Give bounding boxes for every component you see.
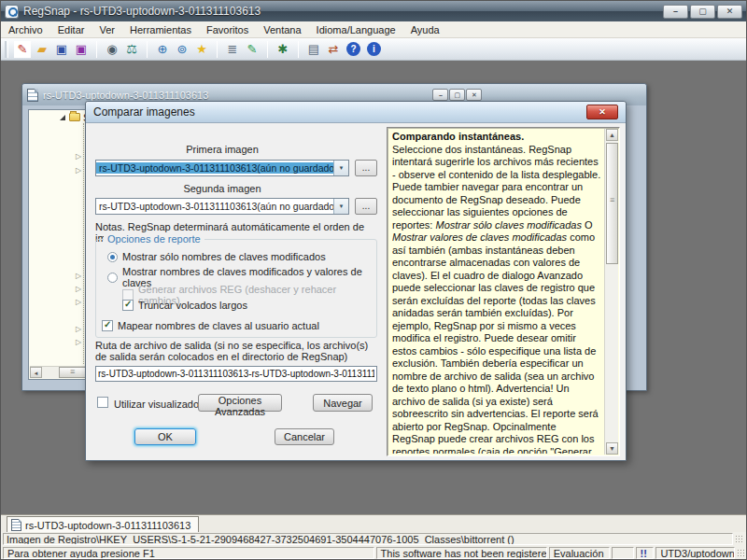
expand-icon[interactable] — [76, 152, 81, 161]
child-maximize-button[interactable] — [449, 89, 465, 101]
expand-icon[interactable] — [76, 166, 81, 175]
checkbox-checked-icon[interactable] — [102, 320, 113, 331]
print-icon[interactable]: ▤ — [305, 41, 322, 58]
save-icon[interactable]: ▣ — [53, 41, 70, 58]
help-vertical-scrollbar[interactable] — [604, 129, 618, 455]
collapse-icon[interactable] — [60, 115, 65, 120]
close-button[interactable] — [717, 5, 742, 19]
help-segment: Mostrar valores de claves modificadas — [392, 231, 567, 243]
expand-icon[interactable] — [76, 272, 81, 280]
scroll-left-icon[interactable] — [30, 367, 42, 378]
checkbox-label: Mapear nombres de claves al usuario actu… — [118, 320, 319, 331]
first-image-combo[interactable]: rs-UTD3-uptodown-3-011311103613(aún no g… — [95, 160, 349, 176]
expand-icon[interactable] — [76, 285, 81, 293]
radio-label: Mostrar sólo nombres de claves modificad… — [122, 251, 326, 262]
menu-item-editar[interactable]: Editar — [50, 24, 92, 35]
dialog-close-button[interactable] — [586, 105, 618, 119]
status-evaluation: Evaluación — [549, 547, 610, 559]
second-image-browse-button[interactable]: ... — [355, 198, 377, 215]
external-viewer-label: Utilizar visualizador exte — [114, 399, 204, 410]
window-tab-strip: rs-UTD3-uptodown-3-011311103613 — [1, 514, 746, 532]
toolbar: ✎▰▣▣◉⚖⊕⊚★≣✎✱▤⇄?i — [1, 38, 746, 61]
document-icon — [11, 519, 21, 531]
globe-icon[interactable]: ⊕ — [154, 41, 171, 58]
globe-search-icon[interactable]: ⊚ — [174, 41, 190, 58]
navigate-button[interactable]: Navegar — [313, 394, 373, 412]
compare-icon[interactable]: ⚖ — [123, 41, 140, 58]
second-image-combo[interactable]: rs-UTD3-uptodown-3-011311103613(aún no g… — [95, 198, 349, 215]
status-help-hint: Para obtener ayuda presione F1 — [3, 547, 374, 559]
toolbar-separator — [217, 41, 218, 58]
checkbox-map-key-names[interactable]: Mapear nombres de claves al usuario actu… — [102, 320, 319, 331]
chevron-down-icon[interactable] — [333, 161, 348, 175]
radio-icon[interactable] — [107, 273, 118, 283]
help-text: Comparando instantáneas. Seleccione dos … — [392, 131, 601, 454]
menu-item-ventana[interactable]: Ventana — [256, 24, 308, 35]
info-icon[interactable]: i — [367, 42, 381, 56]
help-segment: O — [582, 219, 596, 231]
title-bar[interactable]: RegSnap - rs-UTD3-uptodown-3-01131110361… — [1, 1, 746, 21]
toolbar-separator — [96, 41, 97, 58]
menu-item-archivo[interactable]: Archivo — [1, 24, 50, 35]
first-image-browse-button[interactable]: ... — [355, 160, 377, 176]
scrollbar-thumb[interactable] — [606, 143, 618, 264]
first-image-value: rs-UTD3-uptodown-3-011311103613(aún no g… — [96, 162, 333, 174]
help-segment: Seleccione dos instantáneas. RegSnap int… — [392, 144, 601, 231]
scroll-down-icon[interactable] — [606, 442, 618, 455]
ok-button[interactable]: OK — [134, 428, 196, 445]
status-empty-panel — [612, 547, 634, 559]
save-compare-icon[interactable]: ▣ — [73, 41, 90, 58]
resize-grip[interactable] — [737, 549, 746, 558]
open-icon[interactable]: ▰ — [34, 41, 50, 58]
tools-icon[interactable]: ✱ — [275, 41, 291, 58]
child-close-button[interactable] — [466, 89, 482, 101]
regsnap-window: RegSnap - rs-UTD3-uptodown-3-01131110361… — [0, 0, 747, 560]
resize-grip[interactable] — [735, 535, 744, 544]
snapshot-tab[interactable]: rs-UTD3-uptodown-3-011311103613 — [7, 516, 199, 533]
maximize-button[interactable] — [690, 5, 715, 19]
checkbox-checked-icon[interactable] — [122, 300, 134, 311]
edit-icon[interactable]: ✎ — [244, 41, 261, 58]
checkbox-icon[interactable] — [97, 397, 108, 408]
advanced-options-button[interactable]: Opciones Avanzadas — [198, 394, 282, 412]
menu-item-favoritos[interactable]: Favoritos — [199, 24, 256, 35]
export-icon[interactable]: ⇄ — [325, 41, 342, 58]
dialog-title-bar[interactable]: Comparar imagenes — [86, 102, 626, 123]
new-snapshot-icon[interactable]: ✎ — [14, 41, 31, 58]
scroll-up-icon[interactable] — [606, 129, 618, 141]
radio-modified-keys-only[interactable]: Mostrar sólo nombres de claves modificad… — [107, 251, 326, 262]
status-registration: This software has not been registered — [376, 547, 547, 559]
child-window-title: rs-UTD3-uptodown-3-011311103613 — [43, 90, 208, 101]
compare-images-dialog: Comparar imagenes Primera imagen rs-UTD3… — [85, 101, 627, 461]
expand-icon[interactable] — [76, 325, 81, 333]
help-icon[interactable]: ? — [346, 42, 360, 56]
menu-item-ver[interactable]: Ver — [92, 24, 122, 35]
menu-bar: ArchivoEditarVerHerramientasFavoritosVen… — [1, 21, 746, 38]
camera-icon[interactable]: ◉ — [104, 41, 120, 58]
menu-item-herramientas[interactable]: Herramientas — [122, 24, 199, 35]
mdi-workspace: rs-UTD3-uptodown-3-011311103613 S- — [2, 61, 746, 514]
checkbox-truncate-dumps[interactable]: Truncar volcados largos — [122, 300, 247, 311]
cancel-button[interactable]: Cancelar — [275, 428, 334, 445]
toolbar-icons: ✎▰▣▣◉⚖⊕⊚★≣✎✱▤⇄?i — [14, 41, 383, 58]
radio-checked-icon[interactable] — [107, 252, 118, 262]
dialog-title: Comparar imagenes — [93, 105, 195, 119]
tab-label: rs-UTD3-uptodown-3-011311103613 — [25, 520, 190, 531]
help-panel: Comparando instantáneas. Seleccione dos … — [387, 127, 620, 456]
minimize-button[interactable] — [663, 5, 688, 19]
favorites-icon[interactable]: ★ — [193, 41, 210, 58]
report-icon[interactable]: ≣ — [224, 41, 241, 58]
menu-item-idioma-language[interactable]: Idioma/Language — [309, 24, 403, 35]
expand-icon[interactable] — [76, 298, 81, 306]
child-minimize-button[interactable] — [432, 89, 448, 101]
window-title: RegSnap - rs-UTD3-uptodown-3-01131110361… — [23, 5, 261, 18]
report-options-label: Opciones de reporte — [104, 233, 204, 245]
toolbar-grip[interactable] — [5, 41, 8, 58]
scrollbar-track[interactable] — [42, 367, 90, 378]
output-path-input[interactable] — [95, 366, 377, 382]
expand-icon[interactable] — [76, 338, 81, 346]
checkbox-external-viewer[interactable] — [97, 397, 108, 408]
second-image-label: Segunda imagen — [95, 183, 349, 194]
menu-item-ayuda[interactable]: Ayuda — [403, 24, 447, 35]
chevron-down-icon[interactable] — [333, 199, 348, 214]
